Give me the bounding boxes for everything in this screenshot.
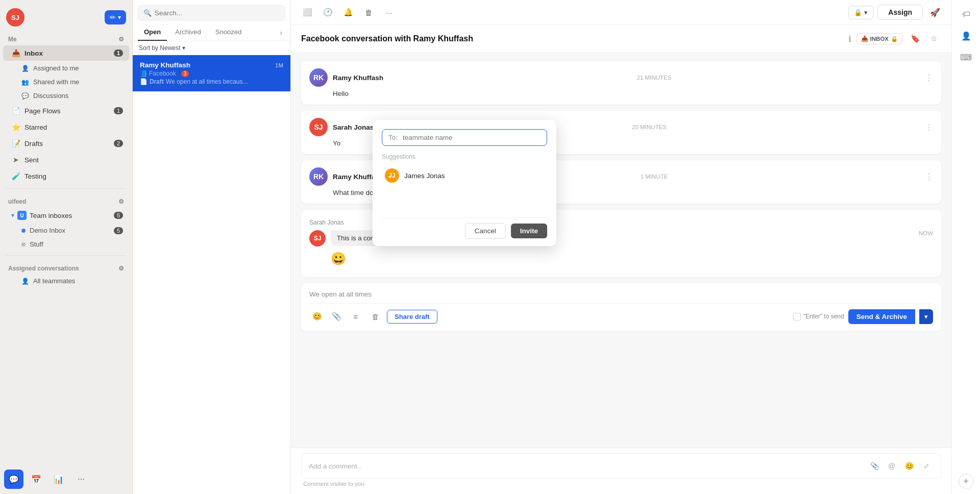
suggestion-james-jonas[interactable]: JJ James Jonas: [382, 164, 547, 187]
title-right-icons: 🔖 ☆: [908, 31, 941, 46]
comment-icons: 📎 @ 😊 ⤢: [867, 459, 934, 473]
clock-toolbar-btn[interactable]: 🕐: [320, 4, 336, 20]
send-archive-caret[interactable]: ▾: [919, 309, 933, 324]
workspace-settings-icon[interactable]: ⚙: [118, 198, 124, 205]
assigned-conversations-settings-icon[interactable]: ⚙: [118, 265, 124, 272]
attach-draft-btn[interactable]: 📎: [329, 309, 344, 324]
starred-icon: ⭐: [11, 122, 20, 132]
comment-time: NOW: [919, 230, 933, 236]
assign-modal: To: Suggestions JJ James Jonas Cancel In…: [373, 120, 556, 246]
right-keyboard-btn[interactable]: ⌨: [957, 48, 975, 66]
comment-placeholder[interactable]: Add a comment...: [309, 462, 867, 470]
comment-emoji: 😀: [331, 252, 933, 266]
bell-icon: 🔔: [344, 8, 353, 17]
modal-to-input[interactable]: [403, 134, 541, 141]
send-archive-button[interactable]: Send & Archive: [848, 309, 915, 324]
tab-expand-icon[interactable]: ›: [277, 26, 285, 40]
tag-icon: 🏷: [962, 10, 970, 19]
compose-button[interactable]: ✏ ▾: [105, 10, 126, 24]
sidebar-item-inbox[interactable]: 📥 Inbox 1: [3, 45, 129, 61]
enter-to-send-label: "Enter" to send: [803, 313, 844, 320]
middle-tabs: Open Archived Snoozed ›: [133, 24, 290, 41]
facebook-icon: 📘: [140, 70, 148, 77]
inbox-badge: 1: [114, 50, 123, 57]
bell-toolbar-btn[interactable]: 🔔: [340, 4, 356, 20]
sidebar-item-team-inboxes[interactable]: ▾ U Team inboxes 5: [3, 208, 129, 223]
modal-to-label: To:: [388, 134, 398, 141]
msg-more-3[interactable]: ⋮: [925, 172, 933, 182]
team-inboxes-badge: 5: [114, 212, 123, 219]
rocket-button[interactable]: 🚀: [927, 4, 943, 20]
star-icon-btn[interactable]: ☆: [926, 31, 941, 46]
sidebar-item-demo-inbox[interactable]: Demo Inbox 5: [3, 224, 129, 237]
sidebar-item-drafts[interactable]: 📝 Drafts 2: [3, 136, 129, 151]
chart-bottom-btn[interactable]: 📊: [49, 470, 68, 489]
modal-invite-button[interactable]: Invite: [511, 224, 547, 238]
right-plus-button[interactable]: +: [959, 474, 974, 489]
delete-draft-btn[interactable]: 🗑: [368, 309, 383, 324]
enter-send-checkbox[interactable]: [793, 313, 801, 320]
sidebar-item-shared-with-me[interactable]: 👥 Shared with me: [3, 76, 129, 88]
search-box[interactable]: 🔍: [138, 5, 285, 21]
bookmark-icon-btn[interactable]: 🔖: [908, 31, 923, 46]
user-avatar[interactable]: SJ: [6, 8, 24, 27]
chat-bottom-btn[interactable]: 💬: [4, 470, 23, 489]
lock-button[interactable]: 🔒 ▾: [848, 6, 873, 19]
team-inboxes-icon: U: [17, 211, 27, 220]
tab-archived[interactable]: Archived: [169, 24, 207, 41]
draft-text-preview[interactable]: We open at all times: [309, 290, 933, 298]
sidebar-item-all-teammates[interactable]: 👤 All teammates: [3, 275, 129, 287]
trash-toolbar-btn[interactable]: 🗑: [360, 4, 377, 20]
msg-more-2[interactable]: ⋮: [925, 122, 933, 132]
conversation-title-bar: Facebook conversation with Ramy Khuffash…: [291, 25, 951, 53]
format-draft-btn[interactable]: ≡: [348, 309, 363, 324]
calendar-bottom-btn[interactable]: 📅: [27, 470, 46, 489]
testing-label: Testing: [24, 172, 123, 180]
sent-icon: ➤: [11, 155, 20, 164]
sidebar-item-assigned-to-me[interactable]: 👤 Assigned to me: [3, 62, 129, 75]
plus-icon: +: [963, 476, 969, 487]
info-icon[interactable]: ℹ: [848, 34, 851, 44]
conversation-item-ramy[interactable]: Ramy Khuffash 1M 📘 Facebook 3 📄 Draft We…: [133, 55, 290, 92]
tab-open[interactable]: Open: [138, 24, 167, 41]
draft-compose-area: We open at all times 😊 📎 ≡ 🗑 Share draft…: [301, 283, 941, 331]
conv-item-top: Ramy Khuffash 1M: [140, 61, 283, 69]
msg-sender-name-1: Ramy Khuffash: [333, 74, 383, 82]
sidebar-item-discussions[interactable]: 💬 Discussions: [3, 89, 129, 102]
sidebar-item-page-flows[interactable]: 📄 Page Flows 1: [3, 103, 129, 118]
trash-icon: 🗑: [365, 8, 373, 17]
comment-emoji-btn[interactable]: 😊: [902, 459, 916, 473]
archive-toolbar-btn[interactable]: ⬜: [299, 4, 315, 20]
keyboard-icon: ⌨: [960, 53, 972, 62]
sidebar-item-starred[interactable]: ⭐ Starred: [3, 119, 129, 135]
messages-area: RK Ramy Khuffash 21 MINUTES ⋮ Hello SJ S…: [291, 53, 951, 448]
sort-bar[interactable]: Sort by Newest ▾: [133, 41, 290, 55]
msg-more-1[interactable]: ⋮: [925, 73, 933, 83]
modal-cancel-button[interactable]: Cancel: [465, 223, 506, 239]
right-tag-btn[interactable]: 🏷: [957, 5, 975, 23]
sidebar-item-stuff[interactable]: Stuff: [3, 238, 129, 251]
ramy-avatar-2: RK: [309, 167, 328, 186]
comment-mention-btn[interactable]: @: [885, 459, 899, 473]
suggestion-name: James Jonas: [404, 172, 445, 180]
sidebar-item-sent[interactable]: ➤ Sent: [3, 152, 129, 167]
right-person-btn[interactable]: 👤: [957, 27, 975, 45]
comment-attach-btn[interactable]: 📎: [867, 459, 881, 473]
comment-area: Add a comment... 📎 @ 😊 ⤢ Comment visible…: [291, 448, 951, 494]
sidebar-item-testing[interactable]: 🧪 Testing: [3, 168, 129, 184]
emoji-draft-btn[interactable]: 😊: [309, 309, 325, 324]
comment-expand-btn[interactable]: ⤢: [919, 459, 934, 473]
conv-time: 1M: [275, 62, 283, 68]
page-flows-badge: 1: [114, 107, 123, 114]
more-bottom-btn[interactable]: ···: [71, 470, 91, 489]
share-draft-button[interactable]: Share draft: [387, 310, 437, 324]
more-toolbar-btn[interactable]: ···: [381, 4, 397, 20]
conversation-title: Facebook conversation with Ramy Khuffash: [301, 34, 843, 43]
assign-button[interactable]: Assign: [877, 5, 923, 20]
settings-icon[interactable]: ⚙: [118, 36, 124, 43]
search-input[interactable]: [155, 9, 280, 17]
assigned-conversations-section: Assigned conversations ⚙: [0, 260, 132, 274]
workspace-section: uifeed ⚙: [0, 193, 132, 207]
sidebar: SJ ✏ ▾ Me ⚙ 📥 Inbox 1 👤 Assigned to me 👥…: [0, 0, 133, 494]
tab-snoozed[interactable]: Snoozed: [209, 24, 248, 41]
